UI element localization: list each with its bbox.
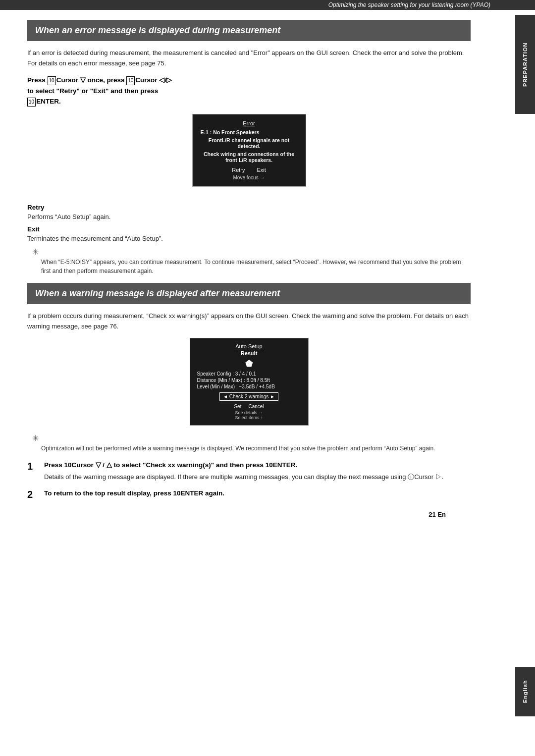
top-bar: Optimizing the speaker setting for your … [0,0,535,10]
english-tab: English [515,667,535,716]
section1-header: When an error message is displayed durin… [27,20,471,41]
as-cancel: Cancel [248,404,264,409]
step2-number: 2 [27,488,39,500]
step2-instruction: To return to the top result display, pre… [44,488,471,499]
tip-bullet-2: Optimization will not be performed while… [41,444,471,453]
screen-options: Retry Exit [201,167,298,173]
as-speaker-config: Speaker Config : 3 / 4 / 0.1 [197,371,301,377]
error-screen: Error E-1 : No Front Speakers FrontL/R c… [192,114,306,187]
as-level: Level (Min / Max) : −3.5dB / +4.5dB [197,384,301,389]
step2-content: To return to the top result display, pre… [44,488,471,501]
icon-ref-cursor-lr: 10 [126,76,135,85]
exit-heading: Exit [27,225,471,233]
section1-instruction: Press 10Cursor ▽ once, press 10Cursor ◁/… [27,75,471,107]
icon-ref-enter: 10 [27,98,36,107]
as-result: Result [197,350,301,356]
auto-setup-screen-wrapper: Auto Setup Result ⬟ Speaker Config : 3 /… [27,338,471,426]
icon-ref-step1-cursor: 10 [64,461,72,469]
step1: 1 Press 10Cursor ▽ / △ to select "Check … [27,460,471,483]
step1-number: 1 [27,460,39,472]
top-bar-text: Optimizing the speaker setting for your … [328,1,490,8]
as-see-details: See details → [235,410,263,415]
tip-bullet-1: When “E-5:NOISY” appears, you can contin… [41,258,471,276]
screen-warning-line2: Check wiring and connections of the fron… [201,151,298,163]
as-nav-hints: See details → [197,410,301,415]
retry-heading: Retry [27,204,471,211]
icon-ref-cursor-down: 10 [48,76,56,85]
tip-icon-2: ✳ [32,433,39,443]
step2: 2 To return to the top result display, p… [27,488,471,501]
section2-header: When a warning message is displayed afte… [27,283,471,304]
section1-tip: ✳ When “E-5:NOISY” appears, you can cont… [27,247,471,276]
step1-detail: Details of the warning message are displ… [44,472,471,482]
screen-option-retry: Retry [232,167,245,173]
section1-body-text: If an error is detected during measureme… [27,48,471,69]
screen-warning-line1: FrontL/R channel signals are not detecte… [201,137,298,149]
icon-ref-step2-enter: 10 [173,489,181,497]
step1-content: Press 10Cursor ▽ / △ to select "Check xx… [44,460,471,483]
screen-error-code: E-1 : No Front Speakers [201,129,298,135]
section2-tip: ✳ Optimization will not be performed whi… [27,433,471,453]
as-icon-row: ⬟ [197,358,301,369]
as-distance: Distance (Min / Max) : 8.0ft / 8.5ft [197,378,301,383]
as-title: Auto Setup [197,343,301,349]
main-content: When an error message is displayed durin… [0,10,515,533]
tip-icon-1: ✳ [32,247,39,257]
as-bottom-row: Set Cancel [197,404,301,409]
page-number: 21 En [27,511,471,518]
screen-move-focus: Move focus → [201,175,298,180]
as-set: Set [234,404,241,409]
auto-setup-screen: Auto Setup Result ⬟ Speaker Config : 3 /… [190,338,309,426]
retry-description: Performs “Auto Setup” again. [27,213,471,220]
error-screen-wrapper: Error E-1 : No Front Speakers FrontL/R c… [27,114,471,196]
exit-description: Terminates the measurement and “Auto Set… [27,235,471,242]
as-check-warnings: ◄ Check 2 warnings ► [219,392,278,401]
preparation-tab: PREPARATION [515,15,535,114]
screen-title: Error [201,120,298,126]
as-select-items: Select items ↑ [197,415,301,420]
step1-instruction: Press 10Cursor ▽ / △ to select "Check xx… [44,460,471,471]
section2-body-text: If a problem occurs during measurement, … [27,311,471,332]
screen-option-exit: Exit [257,167,266,173]
icon-ref-step1-enter: 10 [266,461,273,469]
